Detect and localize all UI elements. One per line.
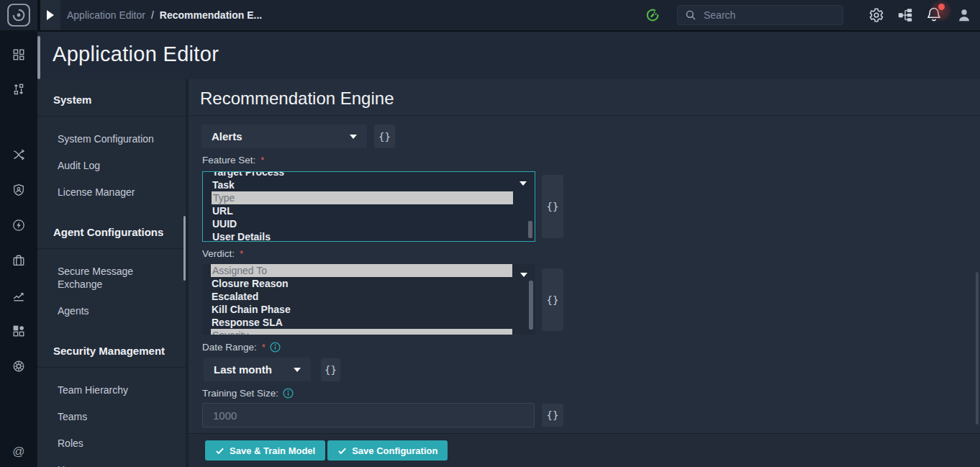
listbox-scrollbar-thumb[interactable] [529,281,533,330]
training-set-size-input[interactable] [202,403,535,427]
rail-automation-button[interactable] [0,213,37,237]
connection-status-icon[interactable] [645,7,661,23]
notifications-button[interactable] [925,5,945,25]
chevron-down-icon [520,273,527,277]
training-set-size-json-button[interactable]: {} [542,404,563,427]
sidebar-item-system-configuration[interactable]: System Configuration [58,132,167,145]
sidebar-item-users[interactable]: Users [58,463,167,467]
sidebar-expand-button[interactable] [40,0,60,30]
page-header: Application Editor [37,30,980,79]
module-json-button[interactable]: {} [374,124,395,148]
feature-set-option[interactable]: User Details [203,230,535,242]
chevron-down-icon [294,368,301,372]
logo-icon [6,3,31,27]
verdict-option-selected[interactable]: Severity [211,329,512,335]
sidebar-item-agents[interactable]: Agents [58,304,167,317]
required-marker: * [260,155,264,166]
search-input[interactable] [704,9,819,21]
integrations-button[interactable] [897,7,913,23]
notification-badge [938,4,945,10]
breadcrumb-separator: / [151,9,154,21]
rail-mentions-button[interactable]: @ [0,440,37,464]
global-search [677,5,843,25]
sidebar-item-teams[interactable]: Teams [58,410,167,423]
verdict-option[interactable]: Kill Chain Phase [202,303,535,316]
training-set-size-label: Training Set Size: [202,388,294,399]
settings-sidebar: System System Configuration Audit Log Li… [37,79,186,467]
content-scrollbar-thumb[interactable] [37,36,40,79]
rail-reports-button[interactable] [0,284,37,308]
icon-rail: @ [0,30,37,467]
verdict-label: Verdict:* [202,248,243,259]
date-range-label-text: Date Range: [202,342,257,353]
date-range-json-button[interactable]: {} [321,358,340,381]
feature-set-option[interactable]: Target Process [203,171,535,178]
settings-button[interactable] [868,7,884,23]
verdict-listbox[interactable]: Assigned To Closure Reason Escalated Kil… [202,264,535,335]
sidebar-section-security-management: Security Management [53,345,170,358]
sidebar-divider [37,116,186,117]
date-range-select[interactable]: Last month [204,358,311,381]
verdict-json-button[interactable]: {} [542,268,563,331]
rail-shuffle-button[interactable] [0,142,37,167]
save-train-model-button[interactable]: Save & Train Model [205,440,325,461]
user-icon [956,7,972,23]
gear-icon [868,7,884,23]
recommendation-engine-panel: Recommendation Engine Alerts {} Feature … [189,79,980,467]
module-select-value: Alerts [212,130,242,142]
sidebar-item-secure-message-exchange[interactable]: Secure Message Exchange [58,265,167,291]
save-configuration-button[interactable]: Save Configuration [327,440,448,461]
rail-shield-user-button[interactable] [0,178,37,202]
user-menu-button[interactable] [956,7,972,23]
breadcrumb-parent[interactable]: Application Editor [67,9,145,21]
required-marker: * [262,342,266,353]
sidebar-divider [37,248,186,249]
rail-widgets-button[interactable] [0,319,37,343]
feature-set-option-selected[interactable]: Type [212,191,513,204]
module-select[interactable]: Alerts [201,124,367,148]
save-train-model-label: Save & Train Model [230,445,315,456]
verdict-option[interactable]: Closure Reason [202,277,535,290]
feature-set-option[interactable]: UUID [203,217,535,230]
date-range-value: Last month [214,363,272,376]
date-range-label: Date Range:* [202,342,281,353]
line-chart-icon [12,289,25,302]
search-icon [685,9,697,21]
sidebar-item-audit-log[interactable]: Audit Log [58,159,167,172]
rail-import-export-button[interactable] [0,77,37,101]
verdict-option-selected[interactable]: Assigned To [211,264,512,277]
sidebar-item-roles[interactable]: Roles [58,437,167,450]
feature-set-json-button[interactable]: {} [542,175,563,238]
panel-title: Recommendation Engine [200,89,394,109]
feature-set-label: Feature Set:* [202,155,264,166]
feature-set-option[interactable]: URL [203,204,535,217]
shuffle-icon [12,148,25,161]
breadcrumb: Application Editor / Recommendation E... [67,0,262,30]
verdict-option[interactable]: Escalated [202,290,535,303]
feature-set-listbox[interactable]: Target Process Task Type URL UUID User D… [202,171,535,242]
lightning-circle-icon [12,219,25,232]
rail-briefcase-button[interactable] [0,248,37,273]
verdict-label-text: Verdict: [202,248,235,259]
main-scrollbar-thumb[interactable] [976,272,979,425]
sidebar-item-license-manager[interactable]: License Manager [58,186,167,199]
sitemap-icon [897,7,913,23]
top-navbar: Application Editor / Recommendation E... [0,0,980,30]
widgets-icon [12,325,25,337]
application-window: Application Editor / Recommendation E... [0,0,980,467]
info-icon[interactable] [270,342,281,353]
info-icon[interactable] [283,388,294,399]
app-logo[interactable] [6,3,31,27]
verdict-option[interactable]: Response SLA [202,316,535,329]
shield-user-icon [12,183,25,196]
rail-web-button[interactable] [0,354,37,378]
sidebar-section-system: System [53,94,170,106]
at-sign-icon: @ [12,445,24,459]
briefcase-icon [12,254,25,267]
training-set-size-label-text: Training Set Size: [202,388,278,399]
rail-dashboard-button[interactable] [0,42,37,67]
sidebar-item-team-hierarchy[interactable]: Team Hierarchy [58,384,167,396]
listbox-scrollbar-thumb[interactable] [528,221,532,238]
feature-set-option[interactable]: Task [203,178,535,191]
check-icon [337,446,347,455]
